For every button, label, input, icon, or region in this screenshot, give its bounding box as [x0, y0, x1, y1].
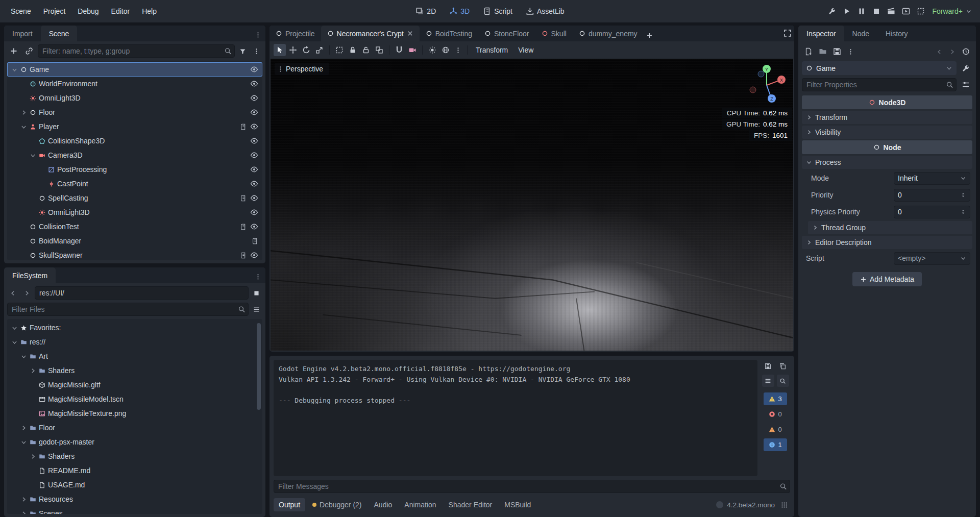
script-icon[interactable]: [240, 195, 247, 202]
scene-tree-item-worldenvironment[interactable]: WorldEnvironment: [7, 77, 262, 91]
load-resource-button[interactable]: [816, 45, 829, 58]
expand-arrow-icon[interactable]: [20, 496, 27, 503]
scene-tab-projectile[interactable]: Projectile: [270, 26, 321, 41]
physics-priority-spinbox[interactable]: 0: [894, 206, 970, 218]
property-filter-input[interactable]: [802, 78, 957, 91]
remote-debug-button[interactable]: [825, 5, 839, 18]
environment-preview-button[interactable]: [439, 44, 452, 56]
scene-tree-item-floor[interactable]: Floor: [7, 105, 262, 119]
expand-bottom-panel-button[interactable]: [778, 499, 790, 511]
collapse-arrow-icon[interactable]: [20, 353, 27, 360]
play-custom-scene-button[interactable]: [914, 5, 927, 18]
eye-icon[interactable]: [250, 194, 258, 202]
movie-maker-button[interactable]: [885, 5, 898, 18]
group-thread-group[interactable]: Thread Group: [808, 221, 972, 234]
move-tool-button[interactable]: [287, 44, 299, 56]
file-item-psx-shaders[interactable]: Shaders: [7, 449, 262, 463]
bottom-tab-audio[interactable]: Audio: [369, 498, 398, 511]
mode-dropdown[interactable]: Inherit: [894, 172, 970, 185]
history-forward-button[interactable]: [21, 287, 33, 299]
group-transform[interactable]: Transform: [802, 111, 972, 124]
renderer-dropdown[interactable]: Forward+: [929, 5, 975, 17]
script-icon[interactable]: [240, 252, 247, 259]
collapse-arrow-icon[interactable]: [11, 325, 18, 331]
file-item-godot-psx-master[interactable]: godot-psx-master: [7, 435, 262, 449]
script-dropdown[interactable]: <empty>: [894, 252, 970, 265]
collapse-arrow-icon[interactable]: [11, 66, 18, 73]
bottom-tab-shader-editor[interactable]: Shader Editor: [444, 498, 498, 511]
eye-icon[interactable]: [250, 151, 258, 159]
output-log[interactable]: Godot Engine v4.2.beta2.mono.official.f8…: [274, 360, 757, 476]
filter-warning-toggle[interactable]: 3: [764, 392, 787, 405]
expand-arrow-icon[interactable]: [30, 453, 36, 460]
mode-assetlib-button[interactable]: AssetLib: [521, 5, 570, 18]
scene-tree-menu-button[interactable]: [251, 45, 262, 57]
spin-updown-icon[interactable]: [960, 192, 966, 198]
eye-icon[interactable]: [250, 223, 258, 231]
spin-updown-icon[interactable]: [960, 209, 966, 215]
menu-scene[interactable]: Scene: [5, 4, 37, 18]
version-label[interactable]: 4.2.beta2.mono: [727, 501, 775, 509]
view-menu[interactable]: View: [513, 44, 538, 56]
filter-deprecation-toggle[interactable]: 0: [764, 423, 787, 436]
view-menu-perspective-button[interactable]: Perspective: [275, 63, 329, 75]
expand-arrow-icon[interactable]: [30, 367, 36, 374]
eye-icon[interactable]: [250, 108, 258, 116]
bottom-tab-animation[interactable]: Animation: [399, 498, 441, 511]
inspector-history-button[interactable]: [959, 45, 972, 58]
tab-import[interactable]: Import: [4, 26, 41, 41]
message-filter-input[interactable]: [274, 480, 790, 493]
show-search-button[interactable]: [777, 375, 789, 387]
scene-tree-item-collisiontest[interactable]: CollisionTest: [7, 219, 262, 234]
selection-list-button[interactable]: [333, 44, 346, 56]
property-tools-button[interactable]: [959, 78, 972, 91]
eye-icon[interactable]: [250, 65, 258, 73]
eye-icon[interactable]: [250, 137, 258, 145]
save-resource-button[interactable]: [830, 45, 844, 58]
scene-tree-item-spellcasting[interactable]: SpellCasting: [7, 191, 262, 205]
file-item-usage-md[interactable]: USAGE.md: [7, 478, 262, 492]
new-resource-button[interactable]: [802, 45, 815, 58]
filter-message-toggle[interactable]: 1: [764, 438, 787, 451]
play-scene-button[interactable]: [899, 5, 913, 18]
history-back-button[interactable]: [7, 287, 19, 299]
collapse-duplicates-button[interactable]: [762, 375, 774, 387]
eye-icon[interactable]: [250, 80, 258, 88]
tab-scene[interactable]: Scene: [41, 26, 78, 41]
tab-node[interactable]: Node: [844, 26, 877, 41]
unlock-selected-button[interactable]: [360, 44, 372, 56]
object-extra-options-button[interactable]: [959, 62, 972, 75]
scene-tree-item-collisionshape3d[interactable]: CollisionShape3D: [7, 134, 262, 148]
script-icon[interactable]: [240, 124, 247, 130]
scene-tree-item-game[interactable]: Game: [7, 62, 262, 77]
select-tool-button[interactable]: [274, 44, 286, 56]
group-editor-description[interactable]: Editor Description: [802, 236, 972, 249]
add-metadata-button[interactable]: Add Metadata: [852, 272, 922, 286]
scene-dock-menu-button[interactable]: [251, 30, 265, 40]
inspector-forward-button[interactable]: [946, 46, 958, 58]
file-item-art-shaders[interactable]: Shaders: [7, 363, 262, 378]
priority-spinbox[interactable]: 0: [894, 189, 970, 202]
scene-tree-item-skullspawner[interactable]: SkullSpawner: [7, 248, 262, 260]
menu-help[interactable]: Help: [136, 4, 162, 18]
collapse-arrow-icon[interactable]: [20, 124, 27, 130]
file-item-magicmissilemodel-tscn[interactable]: MagicMissileModel.tscn: [7, 392, 262, 406]
resource-menu-button[interactable]: [845, 46, 856, 58]
scene-tab-stonefloor[interactable]: StoneFloor: [478, 26, 535, 41]
copy-log-button[interactable]: [777, 360, 789, 372]
eye-icon[interactable]: [250, 94, 258, 102]
eye-icon[interactable]: [250, 251, 258, 259]
collapse-arrow-icon[interactable]: [30, 152, 36, 159]
scene-tree-item-player[interactable]: Player: [7, 119, 262, 134]
mode-2d-button[interactable]: 2D: [410, 5, 441, 18]
eye-icon[interactable]: [250, 180, 258, 188]
rotate-tool-button[interactable]: [300, 44, 312, 56]
mode-3d-button[interactable]: 3D: [444, 5, 475, 18]
file-item-resources[interactable]: Resources: [7, 492, 262, 506]
camera-preview-button[interactable]: [406, 44, 419, 56]
tab-inspector[interactable]: Inspector: [798, 26, 844, 41]
stop-button[interactable]: [870, 5, 883, 18]
save-log-button[interactable]: [762, 360, 774, 372]
add-node-button[interactable]: [7, 44, 20, 58]
scene-tab-skull[interactable]: Skull: [535, 26, 573, 41]
